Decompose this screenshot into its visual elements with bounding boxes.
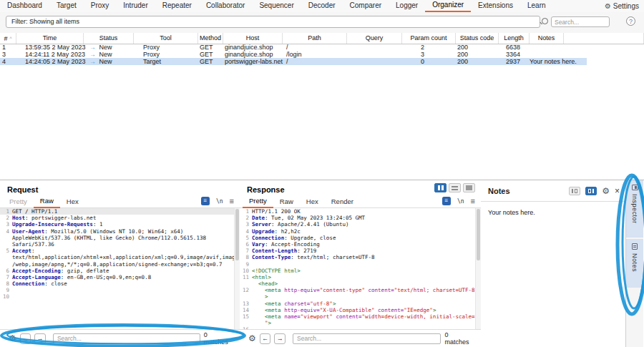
column-header-tool[interactable]: Tool [134, 33, 198, 44]
code-line: 2Date: Tue, 02 May 2023 13:24:05 GMT [240, 215, 481, 221]
menu-tab-logger[interactable]: Logger [389, 0, 425, 12]
response-tab-pretty[interactable]: Pretty [243, 197, 273, 208]
request-tab-raw[interactable]: Raw [34, 197, 60, 208]
newline-toggle-icon[interactable]: \n [457, 198, 464, 205]
menu-tab-repeater[interactable]: Repeater [155, 0, 199, 12]
menu-tab-collaborator[interactable]: Collaborator [199, 0, 252, 12]
search-prev-button[interactable]: ← [20, 333, 31, 344]
cell-method: GET [200, 51, 223, 58]
side-tab-inspector[interactable]: Inspector [626, 180, 643, 238]
menu-tab-organizer[interactable]: Organizer [425, 0, 471, 12]
menu-tab-proxy[interactable]: Proxy [84, 0, 117, 12]
code-line: 4User-Agent: Mozilla/5.0 (Windows NT 10.… [0, 228, 240, 235]
response-tab-raw[interactable]: Raw [273, 197, 300, 207]
column-header-host[interactable]: Host [223, 33, 283, 44]
response-scrollbar[interactable] [475, 208, 481, 331]
menu-tab-extensions[interactable]: Extensions [471, 0, 520, 12]
menu-tab-target[interactable]: Target [49, 0, 84, 12]
code-line: 3Server: Apache/2.4.41 (Ubuntu) [240, 221, 481, 228]
request-scrollbar[interactable] [234, 208, 240, 331]
table-header: #^TimeStatusToolMethodHostPathQueryParam… [0, 33, 644, 44]
search-next-button[interactable]: → [34, 333, 46, 344]
table-row[interactable]: 414:24:05 2 May 2023→NewTargetGETportswi… [0, 58, 587, 65]
settings-button[interactable]: ⚙ Settings [605, 0, 644, 12]
cell-time: 14:24:11 2 May 2023 [25, 51, 84, 58]
column-header-method[interactable]: Method [198, 33, 223, 44]
menu-tab-comparer[interactable]: Comparer [343, 0, 389, 12]
response-editor[interactable]: 1HTTP/1.1 200 OK2Date: Tue, 02 May 2023 … [240, 208, 481, 331]
editor-menu-icon[interactable]: ≡ [230, 197, 234, 205]
code-line: 13 <meta charset="utf-8"> [240, 300, 481, 307]
menu-tab-intruder[interactable]: Intruder [116, 0, 155, 12]
newline-toggle-icon[interactable]: \n [216, 198, 223, 205]
side-tab-notes[interactable]: Notes [626, 239, 643, 288]
response-tab-hex[interactable]: Hex [300, 197, 325, 207]
request-tab-hex[interactable]: Hex [60, 197, 85, 207]
inspector-icon [632, 185, 638, 190]
column-header-query[interactable]: Query [347, 33, 402, 44]
top-menu-bar: DashboardTargetProxyIntruderRepeaterColl… [0, 0, 644, 13]
wrap-format-icon[interactable]: ≡ [442, 197, 451, 205]
single-layout-icon[interactable] [463, 183, 475, 192]
column-header-status[interactable]: Status [84, 33, 134, 44]
search-next-button[interactable]: → [274, 333, 286, 344]
table-row[interactable]: 113:59:35 2 May 2023→NewProxyGETginandju… [0, 44, 587, 51]
request-search-input[interactable] [53, 333, 200, 344]
cell-status_code: 200 [457, 58, 499, 65]
cell-query [351, 58, 402, 65]
column-header-notes[interactable]: Notes [530, 33, 564, 44]
request-editor[interactable]: 1GET / HTTP/1.12Host: portswigger-labs.n… [0, 208, 240, 331]
help-button[interactable]: ? [626, 16, 635, 26]
notes-content[interactable]: Your notes here. [481, 202, 625, 216]
columns-layout-icon[interactable] [434, 183, 447, 192]
cell-tool: Proxy [143, 44, 198, 51]
code-line: 9 [0, 287, 240, 293]
search-settings-gear-icon[interactable]: ⚙ [9, 333, 16, 343]
table-search-input[interactable] [551, 16, 610, 27]
response-tab-render[interactable]: Render [325, 197, 360, 207]
code-line: 8Content-Type: text/html; charset=UTF-8 [240, 254, 481, 260]
panel-layout-icon[interactable] [569, 187, 580, 195]
code-line: 8Connection: close [0, 280, 240, 287]
column-header-num[interactable]: #^ [0, 33, 16, 44]
cell-param_count: 2 [421, 44, 456, 51]
rows-layout-icon[interactable] [449, 183, 461, 192]
wrap-format-icon[interactable]: ≡ [201, 197, 210, 205]
menu-tab-decoder[interactable]: Decoder [301, 0, 343, 12]
gear-icon: ⚙ [605, 2, 611, 10]
cell-tool: Target [143, 58, 198, 65]
editor-menu-icon[interactable]: ≡ [471, 197, 475, 205]
cell-num: 1 [2, 44, 16, 51]
menu-tab-learn[interactable]: Learn [520, 0, 553, 12]
column-header-spacer[interactable] [564, 33, 644, 44]
response-search-input[interactable] [293, 333, 441, 344]
cell-status_code: 200 [457, 44, 499, 51]
code-line: text/html,application/xhtml+xml,applicat… [0, 254, 240, 260]
menu-tab-dashboard[interactable]: Dashboard [0, 0, 49, 12]
editor-layout-buttons [434, 183, 475, 192]
code-line: 6Vary: Accept-Encoding [240, 241, 481, 248]
notes-header: Notes ⚙ × [481, 180, 625, 202]
cell-host: ginandjuice.shop [225, 51, 283, 58]
column-header-param_count[interactable]: Param count [402, 33, 456, 44]
close-icon[interactable]: × [615, 187, 620, 195]
code-line: 1HTTP/1.1 200 OK [240, 208, 481, 215]
search-settings-gear-icon[interactable]: ⚙ [248, 333, 256, 343]
panel-layout-active-icon[interactable] [585, 187, 597, 195]
cell-num: 4 [2, 58, 16, 65]
scrollbar-thumb[interactable] [235, 209, 239, 260]
search-prev-button[interactable]: ← [260, 333, 271, 344]
column-header-time[interactable]: Time [16, 33, 84, 44]
request-tab-pretty[interactable]: Pretty [3, 197, 34, 207]
menu-tab-sequencer[interactable]: Sequencer [252, 0, 301, 12]
code-line: 7Accept-Language: en-GB,en-US;q=0.9,en;q… [0, 274, 240, 280]
gear-icon[interactable]: ⚙ [602, 186, 610, 196]
table-row[interactable]: 314:24:11 2 May 2023→NewProxyGETginandju… [0, 51, 587, 58]
code-line: > [240, 293, 481, 300]
scrollbar-thumb[interactable] [477, 209, 480, 260]
column-header-path[interactable]: Path [283, 33, 347, 44]
status-arrow-icon: → [89, 58, 96, 65]
column-header-status_code[interactable]: Status code [456, 33, 499, 44]
filter-bar[interactable]: Filter: Showing all items [6, 16, 540, 28]
column-header-length[interactable]: Length [499, 33, 530, 44]
